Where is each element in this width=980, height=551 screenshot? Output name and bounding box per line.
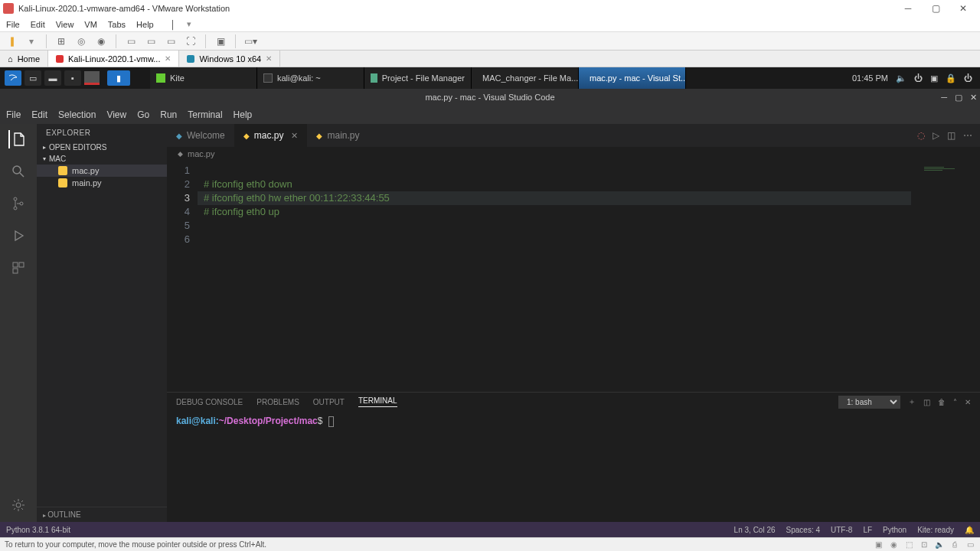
tab-welcome[interactable]: ◆Welcome (167, 124, 234, 147)
status-kite[interactable]: Kite: ready (917, 526, 954, 534)
panel-tab-problems[interactable]: PROBLEMS (256, 398, 299, 406)
workspace-switcher-icon[interactable]: ▮ (107, 70, 130, 86)
close-panel-icon[interactable]: ✕ (965, 398, 971, 406)
terminal-select[interactable]: 1: bash (838, 396, 900, 409)
panel-tab-debug[interactable]: DEBUG CONSOLE (176, 398, 243, 406)
device-printer-icon[interactable]: ⎙ (949, 540, 960, 550)
pause-vm-icon[interactable]: ∥ (5, 34, 18, 48)
menu-edit[interactable]: Edit (31, 109, 47, 120)
menu-view[interactable]: View (106, 109, 126, 120)
vm-menu-view[interactable]: View (56, 20, 74, 29)
vm-menu-edit[interactable]: Edit (31, 20, 45, 29)
run-icon[interactable]: ▷ (933, 130, 939, 141)
kill-terminal-icon[interactable]: 🗑 (938, 398, 946, 406)
status-encoding[interactable]: UTF-8 (831, 526, 852, 534)
task-kite[interactable]: Kite (150, 67, 257, 89)
menu-go[interactable]: Go (137, 109, 149, 120)
maximize-icon[interactable]: ▢ (955, 93, 962, 103)
status-spaces[interactable]: Spaces: 4 (786, 526, 820, 534)
vm-menu-vm[interactable]: VM (84, 20, 97, 29)
more-actions-icon[interactable]: ⋯ (963, 130, 972, 141)
notifications-icon[interactable]: 🔔 (965, 526, 974, 534)
vm-tab-kali[interactable]: Kali-Linux-2020.1-vmw... ✕ (48, 51, 179, 67)
menu-selection[interactable]: Selection (58, 109, 96, 120)
tab-mainpy[interactable]: ◆main.py (307, 124, 368, 147)
recording-icon[interactable] (84, 71, 100, 85)
console-view-icon[interactable]: ▣ (214, 34, 227, 48)
lock-icon[interactable]: 🔒 (946, 73, 956, 83)
file-manager-icon[interactable]: ▬ (44, 70, 61, 86)
vm-menu-help[interactable]: Help (136, 20, 154, 29)
device-network-icon[interactable]: ⬚ (903, 540, 914, 550)
status-python[interactable]: Python 3.8.1 64-bit (6, 526, 70, 534)
vm-tab-home[interactable]: ⌂ Home (0, 51, 48, 67)
vm-tab-windows[interactable]: Windows 10 x64 ✕ (179, 51, 280, 67)
minimize-button[interactable]: ─ (894, 0, 922, 17)
power-icon[interactable]: ⏻ (964, 73, 972, 83)
source-control-icon[interactable] (9, 194, 28, 213)
terminal-icon[interactable]: ▪ (64, 70, 81, 86)
network-icon[interactable]: ⏻ (914, 73, 923, 83)
breadcrumb[interactable]: ◆ mac.py (167, 147, 980, 161)
menu-terminal[interactable]: Terminal (188, 109, 222, 120)
show-desktop-icon[interactable]: ▭ (24, 70, 41, 86)
task-terminal[interactable]: kali@kali: ~ (257, 67, 364, 89)
new-terminal-icon[interactable]: ＋ (908, 396, 916, 407)
snapshot-icon[interactable]: ◎ (74, 34, 88, 48)
device-usb-icon[interactable]: ⊡ (919, 540, 929, 550)
status-language[interactable]: Python (883, 526, 906, 534)
split-terminal-icon[interactable]: ◫ (923, 398, 930, 406)
code-content[interactable]: # ifconfig eth0 down # ifconfig eth0 hw … (198, 161, 919, 392)
menu-file[interactable]: File (6, 109, 21, 120)
task-project-files[interactable]: Project - File Manager (364, 67, 472, 89)
stretched-icon[interactable]: ▭ (164, 34, 178, 48)
tab-macpy[interactable]: ◆mac.py✕ (234, 124, 308, 147)
notification-icon[interactable]: ▣ (930, 73, 938, 83)
vm-menu-tabs[interactable]: Tabs (108, 20, 126, 29)
split-editor-icon[interactable]: ◫ (947, 130, 956, 141)
settings-gear-icon[interactable] (9, 496, 28, 514)
send-ctrlaltdel-icon[interactable]: ⊞ (54, 34, 68, 48)
fullscreen-icon[interactable]: ⛶ (184, 34, 198, 48)
maximize-button[interactable]: ▢ (922, 0, 949, 17)
close-icon[interactable]: ✕ (266, 54, 272, 63)
close-icon[interactable]: ✕ (291, 131, 298, 141)
minimap[interactable] (919, 161, 980, 392)
volume-icon[interactable]: 🔈 (896, 73, 906, 83)
folder-section[interactable]: ▾MAC (37, 153, 167, 165)
unity-icon[interactable]: ▭ (124, 34, 138, 48)
status-eol[interactable]: LF (863, 526, 872, 534)
thumbnail-icon[interactable]: ▭ (144, 34, 158, 48)
file-item-macpy[interactable]: mac.py (37, 165, 167, 177)
explorer-icon[interactable] (8, 130, 27, 148)
kali-menu-icon[interactable] (5, 70, 21, 86)
run-debug-icon[interactable] (9, 227, 28, 245)
open-editors-section[interactable]: ▸OPEN EDITORS (37, 142, 167, 153)
menu-run[interactable]: Run (160, 109, 177, 120)
clock[interactable]: 01:45 PM (852, 73, 888, 83)
task-mac-changer[interactable]: MAC_changer - File Ma... (472, 67, 579, 89)
outline-section[interactable]: ▸ OUTLINE (37, 507, 167, 522)
device-hdd-icon[interactable]: ▣ (873, 540, 884, 550)
close-icon[interactable]: ✕ (970, 93, 977, 103)
task-vscode[interactable]: mac.py - mac - Visual St... (579, 67, 686, 89)
device-display-icon[interactable]: ▭ (965, 540, 975, 550)
minimize-icon[interactable]: ─ (941, 93, 947, 103)
kite-status-icon[interactable]: ◌ (917, 130, 925, 141)
free-look-icon[interactable]: ▭▾ (243, 34, 257, 48)
code-editor[interactable]: 123456 # ifconfig eth0 down # ifconfig e… (167, 161, 980, 392)
panel-tab-output[interactable]: OUTPUT (313, 398, 345, 406)
terminal[interactable]: kali@kali:~/Desktop/Project/mac$ (167, 411, 980, 522)
extensions-icon[interactable] (9, 259, 28, 277)
file-item-mainpy[interactable]: main.py (37, 177, 167, 189)
panel-tab-terminal[interactable]: TERMINAL (358, 396, 397, 407)
toolbar-dropdown-icon[interactable]: ▾ (24, 34, 38, 48)
status-lncol[interactable]: Ln 3, Col 26 (734, 526, 776, 534)
device-sound-icon[interactable]: 🔈 (934, 540, 945, 550)
close-button[interactable]: ✕ (949, 0, 977, 17)
close-icon[interactable]: ✕ (165, 54, 171, 63)
vm-menu-file[interactable]: File (6, 20, 20, 29)
snapshot-manager-icon[interactable]: ◉ (94, 34, 108, 48)
menu-help[interactable]: Help (234, 109, 253, 120)
maximize-panel-icon[interactable]: ˄ (953, 398, 957, 406)
